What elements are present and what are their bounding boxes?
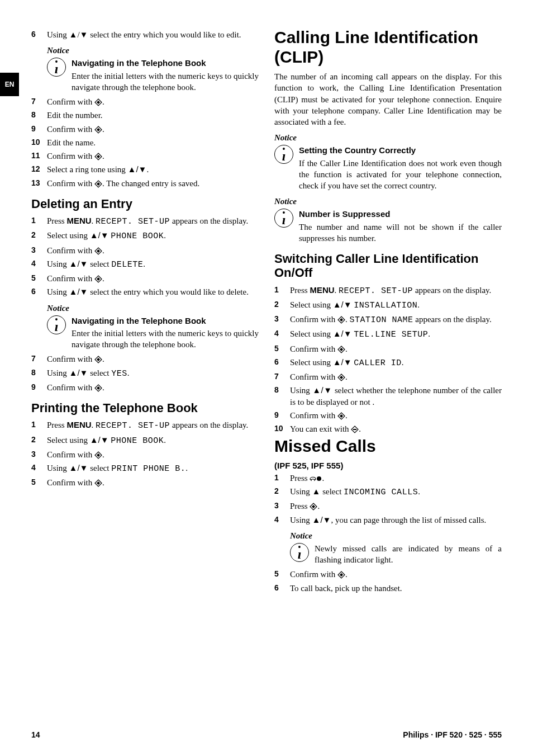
- notice-text: Enter the initial letters with the numer…: [72, 329, 259, 349]
- up-icon: ▲: [69, 259, 78, 268]
- notice-label: Notice: [290, 531, 502, 541]
- step-text: Using ▲/▼ select the entry which you wou…: [47, 30, 241, 39]
- step-number: 11: [31, 150, 44, 161]
- svg-marker-34: [340, 573, 343, 577]
- info-icon: ı: [274, 145, 293, 164]
- language-tab: EN: [0, 73, 19, 96]
- start-icon: [337, 571, 345, 579]
- notice-text: Newly missed calls are indicated by mean…: [315, 544, 502, 564]
- up-icon: ▲: [333, 357, 341, 367]
- updown-icon: ▲/▼: [128, 164, 147, 174]
- step-number: 4: [31, 258, 44, 269]
- notice-country: ı Setting the Country Correctly If the C…: [274, 145, 502, 191]
- step-text: Edit the name.: [47, 138, 96, 147]
- missed-steps-rest: 5Confirm with .6To call back, pick up th…: [274, 569, 502, 594]
- step-number: 3: [274, 314, 287, 324]
- switch-steps: 1Press MENU. RECEPT. SET-UP appears on t…: [274, 285, 502, 435]
- step-text: Confirm with .: [47, 152, 104, 160]
- up-icon: ▲: [69, 368, 78, 377]
- page-footer: 14 Philips · IPF 520 · 525 · 555: [31, 730, 502, 739]
- step-number: 2: [274, 486, 287, 497]
- notice-suppressed: ı Number is Suppressed The number and na…: [274, 209, 502, 244]
- notice-label: Notice: [47, 46, 259, 55]
- up-icon: ▲: [90, 435, 98, 445]
- step-text: Confirm with .: [47, 274, 104, 283]
- step-number: 1: [31, 215, 44, 226]
- step-number: 7: [31, 96, 44, 107]
- delete-steps: 1Press MENU. RECEPT. SET-UP appears on t…: [31, 215, 259, 298]
- svg-marker-25: [340, 376, 343, 379]
- notice-title: Number is Suppressed: [299, 209, 502, 220]
- start-icon: [94, 180, 102, 188]
- step-number: 8: [274, 385, 287, 395]
- up-icon: ▲: [312, 515, 321, 525]
- up-icon: ▲: [128, 164, 136, 174]
- caller-icon: [310, 475, 322, 483]
- start-icon: [94, 356, 102, 363]
- heading-deleting-entry: Deleting an Entry: [31, 197, 259, 211]
- step-text: Press MENU. RECEPT. SET-UP appears on th…: [290, 286, 491, 295]
- notice-label: Notice: [47, 304, 259, 313]
- notice-title: Navigating in the Telephone Book: [72, 58, 259, 69]
- step-number: 6: [274, 583, 287, 593]
- info-icon: ı: [290, 543, 309, 562]
- heading-switch-caller-id: Switching Caller Line Identification On/…: [274, 252, 502, 280]
- step-text: Confirm with .: [290, 411, 348, 420]
- start-icon: [337, 374, 345, 381]
- heading-missed-calls: Missed Calls: [274, 437, 502, 456]
- step-number: 3: [274, 500, 287, 511]
- up-icon: ▲: [312, 486, 321, 496]
- step-number: 10: [31, 137, 44, 148]
- svg-marker-27: [340, 414, 343, 418]
- missed-steps: 1Press .2Using ▲ select INCOMING CALLS.3…: [274, 472, 502, 526]
- start-icon: [94, 153, 102, 160]
- step-text: Edit the number.: [47, 111, 103, 120]
- start-icon: [94, 384, 102, 392]
- svg-marker-32: [312, 505, 315, 508]
- start-icon: [94, 126, 102, 134]
- start-icon: [94, 479, 102, 487]
- updown-icon: ▲/▼: [333, 357, 352, 367]
- step-text: Confirm with .: [47, 355, 104, 363]
- step-number: 3: [31, 245, 44, 256]
- model-subtitle: (IPF 525, IPF 555): [274, 461, 502, 470]
- delete-steps-rest: 7Confirm with .8Using ▲/▼ select YES.9Co…: [31, 353, 259, 393]
- updown-icon: ▲/▼: [333, 300, 352, 309]
- step-number: 5: [31, 477, 44, 488]
- step-text: To call back, pick up the handset.: [290, 584, 402, 593]
- updown-icon: ▲/▼: [90, 230, 109, 240]
- footer-model: Philips · IPF 520 · 525 · 555: [403, 730, 502, 739]
- svg-marker-17: [97, 453, 100, 457]
- step-number: 9: [274, 410, 287, 420]
- print-steps: 1Press MENU. RECEPT. SET-UP appears on t…: [31, 419, 259, 488]
- svg-marker-13: [97, 358, 100, 361]
- step-number: 8: [31, 367, 44, 378]
- step-text: Using ▲/▼, you can page through the list…: [290, 516, 486, 525]
- step-number: 7: [274, 371, 287, 382]
- svg-point-30: [317, 476, 321, 481]
- step-number: 4: [31, 462, 44, 473]
- updown-icon: ▲/▼: [69, 287, 88, 296]
- step-text: Confirm with .: [47, 125, 104, 134]
- heading-printing-phonebook: Printing the Telephone Book: [31, 401, 259, 415]
- updown-icon: ▲/▼: [69, 259, 88, 268]
- left-column: 6Using ▲/▼ select the entry which you wo…: [31, 27, 259, 596]
- up-icon: ▲: [312, 385, 321, 395]
- updown-icon: ▲/▼: [90, 435, 109, 445]
- edit-steps-rest: 7Confirm with .8Edit the number.9Confirm…: [31, 96, 259, 189]
- up-icon: ▲: [333, 300, 341, 309]
- step-text: Press .: [290, 474, 324, 483]
- start-icon: [94, 451, 102, 459]
- step-number: 6: [274, 357, 287, 367]
- page-number: 14: [31, 730, 40, 739]
- step-number: 8: [31, 110, 44, 120]
- step-number: 12: [31, 164, 44, 174]
- svg-marker-7: [97, 182, 100, 186]
- up-icon: ▲: [69, 287, 78, 296]
- step-text: Press MENU. RECEPT. SET-UP appears on th…: [47, 216, 248, 225]
- step-text: Select using ▲/▼ TEL.LINE SETUP.: [290, 329, 430, 338]
- step-text: Using ▲/▼ select PRINT PHONE B..: [47, 464, 188, 472]
- edit-steps-continued: 6Using ▲/▼ select the entry which you wo…: [31, 29, 259, 40]
- step-text: Confirm with .: [47, 478, 104, 487]
- notice-navigating-phonebook-1: ı Navigating in the Telephone Book Enter…: [47, 58, 259, 93]
